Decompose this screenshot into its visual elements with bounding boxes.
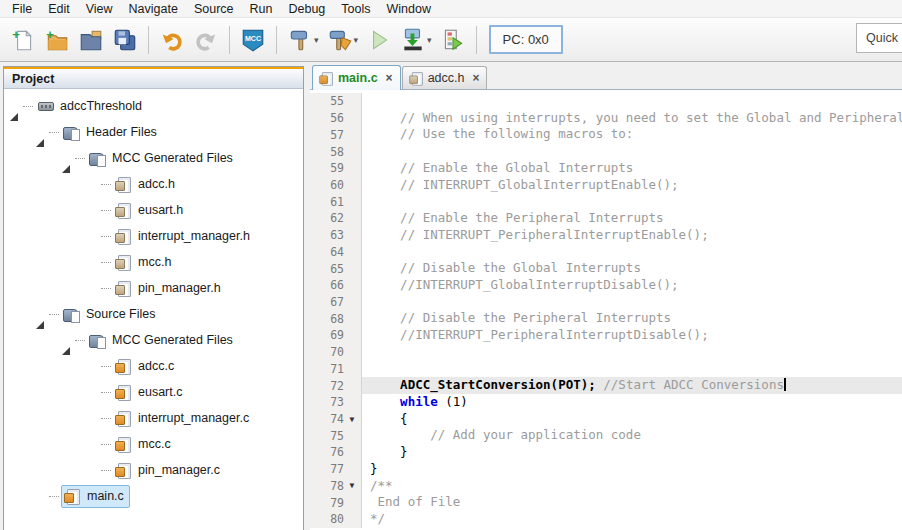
code-line-58[interactable]: 58 [310, 143, 902, 160]
undo-button[interactable] [157, 25, 187, 55]
tree-item-content[interactable]: adcc.h [113, 174, 180, 195]
fold-marker-icon[interactable]: ▼ [344, 415, 360, 424]
tree-item-content[interactable]: interrupt_manager.c [113, 408, 254, 429]
code-text[interactable]: //INTERRUPT_PeripheralInterruptDisable()… [362, 327, 902, 344]
tree-item-mcc-generated-files[interactable]: MCC Generated Files [4, 145, 303, 171]
menu-edit[interactable]: Edit [40, 1, 78, 17]
tree-item-content[interactable]: Source Files [61, 304, 160, 325]
code-text[interactable] [362, 294, 902, 311]
debug-tool-button[interactable] [438, 25, 468, 55]
tab-close-icon[interactable]: × [386, 71, 393, 85]
tab-adcc-h[interactable]: adcc.h× [402, 66, 488, 89]
code-line-60[interactable]: 60 // INTERRUPT_GlobalInterruptEnable(); [310, 177, 902, 194]
project-panel-title[interactable]: Project [4, 67, 303, 89]
tree-item-adccthreshold[interactable]: adccThreshold [4, 93, 303, 119]
tree-item-content[interactable]: mcc.h [113, 252, 176, 273]
quick-search-input[interactable]: Quick [856, 23, 902, 53]
code-text[interactable]: // Disable the Peripheral Interrupts [362, 310, 902, 327]
tree-item-content[interactable]: MCC Generated Files [87, 148, 238, 169]
code-line-56[interactable]: 56 // When using interrupts, you need to… [310, 110, 902, 127]
redo-button[interactable] [191, 25, 221, 55]
tree-item-content[interactable]: adcc.c [113, 356, 179, 377]
code-line-55[interactable]: 55 [310, 93, 902, 110]
expand-handle-icon[interactable] [36, 125, 49, 139]
tree-item-content[interactable]: MCC Generated Files [87, 330, 238, 351]
code-line-71[interactable]: 71 [310, 361, 902, 378]
mcc-button[interactable]: MCC [238, 25, 268, 55]
code-line-80[interactable]: 80*/ [310, 511, 902, 528]
code-editor[interactable]: 5556 // When using interrupts, you need … [310, 90, 902, 530]
code-text[interactable] [362, 143, 902, 160]
run-project-button[interactable] [364, 25, 394, 55]
dropdown-arrow-icon[interactable]: ▾ [314, 35, 319, 45]
code-line-66[interactable]: 66 //INTERRUPT_GlobalInterruptDisable(); [310, 277, 902, 294]
menu-window[interactable]: Window [379, 1, 439, 17]
make-program-device-button[interactable]: ▾ [398, 25, 434, 55]
code-line-59[interactable]: 59 // Enable the Global Interrupts [310, 160, 902, 177]
open-project-button[interactable] [76, 25, 106, 55]
code-text[interactable]: /** [362, 478, 902, 495]
code-text[interactable]: End of File [362, 494, 902, 511]
tree-selection[interactable]: main.c [61, 485, 130, 508]
tree-item-content[interactable]: eusart.c [113, 382, 187, 403]
code-line-70[interactable]: 70 [310, 344, 902, 361]
menu-run[interactable]: Run [242, 1, 281, 17]
code-text[interactable]: */ [362, 511, 902, 528]
code-line-77[interactable]: 77} [310, 461, 902, 478]
code-text[interactable]: // INTERRUPT_GlobalInterruptEnable(); [362, 177, 902, 194]
menu-source[interactable]: Source [186, 1, 242, 17]
code-text[interactable]: // INTERRUPT_PeripheralInterruptEnable()… [362, 227, 902, 244]
code-line-76[interactable]: 76 } [310, 444, 902, 461]
tree-item-eusart-c[interactable]: eusart.c [4, 379, 303, 405]
code-line-65[interactable]: 65 // Disable the Global Interrupts [310, 260, 902, 277]
new-file-button[interactable]: + [8, 25, 38, 55]
code-text[interactable] [362, 344, 902, 361]
dropdown-arrow-icon[interactable]: ▾ [354, 35, 359, 45]
tree-item-content[interactable]: pin_manager.h [113, 278, 226, 299]
code-text[interactable]: } [362, 444, 902, 461]
code-line-68[interactable]: 68 // Disable the Peripheral Interrupts [310, 310, 902, 327]
tree-item-content[interactable]: pin_manager.c [113, 460, 225, 481]
tree-item-interrupt-manager-c[interactable]: interrupt_manager.c [4, 405, 303, 431]
code-line-78[interactable]: 78▼/** [310, 478, 902, 495]
menu-tools[interactable]: Tools [333, 1, 378, 17]
code-text[interactable] [362, 361, 902, 378]
expand-handle-icon[interactable] [62, 333, 75, 347]
tree-item-mcc-c[interactable]: mcc.c [4, 431, 303, 457]
code-line-79[interactable]: 79 End of File [310, 494, 902, 511]
tree-item-content[interactable]: Header Files [61, 122, 162, 143]
tree-item-content[interactable]: eusart.h [113, 200, 188, 221]
code-text[interactable]: // Enable the Global Interrupts [362, 160, 902, 177]
code-line-67[interactable]: 67 [310, 294, 902, 311]
code-text[interactable]: // Enable the Peripheral Interrupts [362, 210, 902, 227]
clean-build-project-button[interactable]: ▾ [325, 25, 361, 55]
menu-file[interactable]: File [4, 1, 40, 17]
code-text[interactable]: } [362, 461, 902, 478]
code-line-75[interactable]: 75 // Add your application code [310, 427, 902, 444]
tree-item-main-c[interactable]: main.c [4, 483, 303, 509]
code-text[interactable]: // Use the following macros to: [362, 126, 902, 143]
code-text[interactable] [362, 243, 902, 260]
tree-item-header-files[interactable]: Header Files [4, 119, 303, 145]
tab-main-c[interactable]: main.c× [312, 65, 401, 90]
expand-handle-icon[interactable] [10, 99, 23, 113]
code-text[interactable] [362, 193, 902, 210]
tree-item-content[interactable]: adccThreshold [35, 96, 147, 117]
code-text[interactable]: while (1) [362, 394, 902, 411]
code-line-74[interactable]: 74▼ { [310, 411, 902, 428]
code-text[interactable] [362, 93, 902, 110]
fold-marker-icon[interactable]: ▼ [344, 481, 360, 490]
tree-item-eusart-h[interactable]: eusart.h [4, 197, 303, 223]
code-text[interactable]: // Add your application code [362, 427, 902, 444]
code-text[interactable]: // Disable the Global Interrupts [362, 260, 902, 277]
tree-item-interrupt-manager-h[interactable]: interrupt_manager.h [4, 223, 303, 249]
menu-view[interactable]: View [78, 1, 121, 17]
code-line-72[interactable]: 72 ADCC_StartConversion(POT); //Start AD… [310, 377, 902, 394]
build-project-button[interactable]: ▾ [285, 25, 321, 55]
code-line-63[interactable]: 63 // INTERRUPT_PeripheralInterruptEnabl… [310, 227, 902, 244]
code-line-57[interactable]: 57 // Use the following macros to: [310, 126, 902, 143]
code-text[interactable]: { [362, 411, 902, 428]
tab-close-icon[interactable]: × [472, 71, 479, 85]
code-text[interactable]: //INTERRUPT_GlobalInterruptDisable(); [362, 277, 902, 294]
tree-item-adcc-h[interactable]: adcc.h [4, 171, 303, 197]
